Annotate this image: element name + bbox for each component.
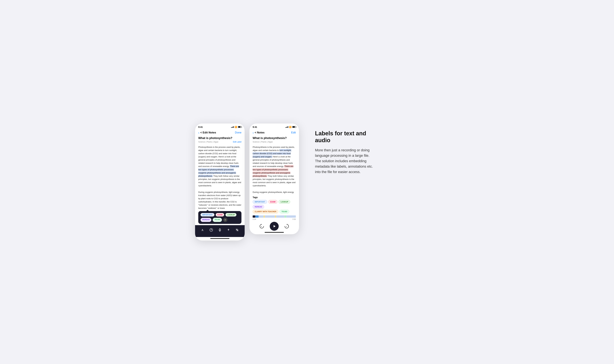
tag-pill-reread[interactable]: REREAD: [253, 205, 264, 209]
tags-section: Tags IMPORTANT EXAM LOOKUP REREAD CLARIF…: [253, 196, 296, 213]
nav-title-edit: < Edit Notes: [200, 131, 216, 134]
note-body-notes: Photosynthesis is the process used by pl…: [253, 145, 296, 194]
nav-title-notes: < Notes: [255, 131, 265, 134]
svg-rect-12: [265, 215, 270, 218]
audio-time-start: 0:04: [253, 218, 256, 220]
replay-button[interactable]: 5: [258, 223, 265, 230]
info-panel: Labels for text and audio More then just…: [305, 124, 385, 181]
back-arrow-icon-notes: ‹: [253, 131, 254, 135]
back-button-notes[interactable]: ‹ < Notes: [253, 131, 265, 135]
toolbar-star-btn[interactable]: [235, 227, 240, 233]
home-indicator-notes: [265, 232, 284, 233]
tag-chip-lookup[interactable]: LOOKUP: [226, 213, 237, 217]
wifi-icon-edit: 🛜: [235, 126, 237, 128]
forward-button[interactable]: 5: [283, 223, 290, 230]
status-time-notes: 9:41: [253, 126, 257, 128]
audio-waveform: [253, 215, 296, 218]
edit-button-notes[interactable]: Edit: [291, 131, 296, 134]
audio-times: 0:04 3:56: [253, 218, 296, 220]
nav-bar-notes: ‹ < Notes Edit: [249, 130, 299, 136]
svg-rect-10: [259, 215, 264, 218]
note-labels-edit: Science | Plants | Algae Edit Label: [198, 141, 241, 143]
svg-rect-14: [275, 215, 276, 218]
svg-rect-16: [284, 215, 286, 218]
tag-pill-lookup[interactable]: LOOKUP: [279, 200, 290, 204]
svg-rect-17: [286, 215, 296, 218]
tag-popup: IMPORTANT EXAM LOOKUP REREAD TO-DO +: [198, 211, 241, 224]
svg-rect-11: [264, 215, 265, 218]
tags-row-1: IMPORTANT EXAM LOOKUP REREAD: [253, 200, 296, 209]
tags-label: Tags: [253, 196, 296, 199]
status-icons-notes: 🛜: [285, 126, 296, 128]
play-button[interactable]: [270, 222, 279, 231]
svg-rect-8: [253, 215, 255, 218]
phones-row: 9:41 🛜 ‹ <: [195, 124, 299, 241]
audio-controls: 5 5: [253, 222, 296, 231]
bottom-toolbar: A: [195, 225, 245, 237]
audio-time-end: 3:56: [293, 218, 296, 220]
label-text-edit: Science | Plants | Algae: [198, 141, 218, 143]
back-button-edit[interactable]: ‹ < Edit Notes: [198, 131, 216, 135]
tag-chip-reread[interactable]: REREAD: [200, 218, 211, 222]
svg-rect-3: [219, 229, 220, 230]
note-body-edit: Photosynthesis is the process used by pl…: [198, 145, 241, 210]
add-tag-button[interactable]: +: [223, 218, 227, 222]
tag-chip-exam[interactable]: EXAM: [216, 213, 224, 217]
note-title-edit: What is photosynthesis?: [198, 136, 241, 140]
battery-icon-notes: [292, 126, 296, 128]
phone-notes: 9:41 🛜 ‹ <: [249, 124, 299, 234]
toolbar-text-btn[interactable]: A: [200, 227, 205, 233]
nav-bar-edit: ‹ < Edit Notes Done: [195, 130, 245, 136]
svg-text:A: A: [201, 229, 203, 232]
phone-notes-content: What is photosynthesis? Science | Plants…: [249, 136, 299, 231]
note-labels-notes: Science | Plants | Algae: [253, 141, 296, 143]
tag-pill-clarify[interactable]: CLARIFY WITH TEACHER: [253, 210, 278, 213]
panel-body: More then just a recording or doing lang…: [315, 147, 376, 175]
panel-title: Labels for text and audio: [315, 130, 376, 144]
main-container: 9:41 🛜 ‹ <: [195, 124, 419, 241]
wifi-icon-notes: 🛜: [289, 126, 292, 128]
tag-pill-important[interactable]: IMPORTANT: [253, 200, 267, 204]
tag-pill-todo[interactable]: TO-DO: [280, 210, 289, 213]
status-bar-edit: 9:41 🛜: [195, 124, 245, 130]
status-bar-notes: 9:41 🛜: [249, 124, 299, 130]
signal-icon-notes: [285, 126, 288, 128]
phone-edit: 9:41 🛜 ‹ <: [195, 124, 245, 241]
label-text-notes: Science | Plants | Algae: [253, 141, 273, 143]
note-title-notes: What is photosynthesis?: [253, 136, 296, 140]
edit-label-button[interactable]: Edit Label: [233, 141, 241, 143]
svg-rect-13: [270, 215, 275, 218]
tag-chip-important[interactable]: IMPORTANT: [200, 213, 214, 217]
home-indicator-edit: [210, 238, 229, 239]
signal-icon-edit: [231, 126, 234, 128]
back-arrow-icon-edit: ‹: [198, 131, 199, 135]
svg-text:5: 5: [261, 226, 262, 227]
toolbar-mic-btn[interactable]: [217, 227, 222, 233]
toolbar-sparkle-btn[interactable]: [226, 227, 231, 233]
done-button[interactable]: Done: [235, 131, 241, 134]
tags-row-2: CLARIFY WITH TEACHER TO-DO: [253, 210, 296, 213]
tag-pill-exam[interactable]: EXAM: [268, 200, 278, 204]
svg-text:5: 5: [286, 226, 287, 227]
status-time-edit: 9:41: [198, 126, 203, 128]
tag-chip-todo[interactable]: TO-DO: [213, 218, 222, 222]
svg-rect-15: [276, 215, 284, 218]
toolbar-question-btn[interactable]: [209, 227, 214, 233]
status-icons-edit: 🛜: [231, 126, 241, 128]
phone-edit-content: What is photosynthesis? Science | Plants…: [195, 136, 245, 225]
audio-player: 0:04 3:56 5: [253, 215, 296, 231]
battery-icon-edit: [238, 126, 241, 128]
svg-marker-19: [274, 225, 276, 227]
svg-rect-9: [255, 215, 259, 218]
